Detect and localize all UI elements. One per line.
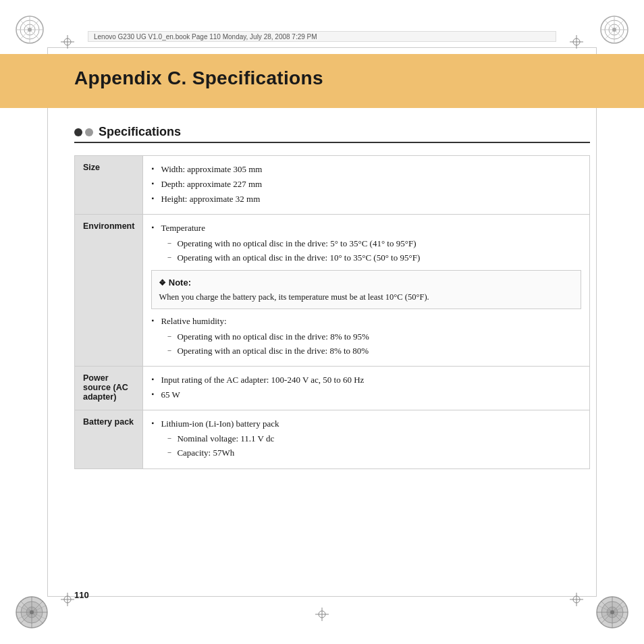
svg-point-7 — [28, 28, 32, 32]
list-item: Relative humidity: Operating with no opt… — [151, 315, 581, 357]
section-dots — [74, 128, 93, 136]
crosshair-top-left — [61, 35, 74, 51]
list-item: Height: approximate 32 mm — [151, 192, 581, 206]
table-row-battery: Battery pack Lithium-ion (Li-Ion) batter… — [75, 410, 590, 468]
label-size: Size — [75, 156, 143, 215]
list-item: 65 W — [151, 388, 581, 402]
page-info-bar: Lenovo G230 UG V1.0_en.book Page 110 Mon… — [88, 31, 556, 42]
humidity-list: Relative humidity: Operating with no opt… — [151, 315, 581, 357]
list-item: Input rating of the AC adapter: 100-240 … — [151, 373, 581, 387]
list-item: Lithium-ion (Li-Ion) battery pack Nomina… — [151, 417, 581, 460]
content-power-source: Input rating of the AC adapter: 100-240 … — [143, 366, 590, 410]
note-box: Note: When you charge the battery pack, … — [151, 270, 581, 310]
label-power-source: Power source (AC adapter) — [75, 366, 143, 410]
spec-table: Size Width: approximate 305 mm Depth: ap… — [74, 155, 590, 469]
env-list: Temperature Operating with no optical di… — [151, 221, 581, 264]
corner-decoration-br — [595, 595, 629, 629]
note-title: Note: — [159, 276, 574, 290]
crosshair-bot-right — [570, 593, 583, 609]
list-item: Width: approximate 305 mm — [151, 163, 581, 176]
page-info-text: Lenovo G230 UG V1.0_en.book Page 110 Mon… — [94, 33, 317, 41]
crosshair-bot-left — [61, 593, 74, 609]
crosshair-top-right — [570, 35, 583, 51]
battery-list: Lithium-ion (Li-Ion) battery pack Nomina… — [151, 417, 581, 460]
dot-light — [85, 128, 93, 136]
list-item: Operating with no optical disc in the dr… — [167, 237, 581, 250]
corner-decoration-tl — [15, 15, 45, 45]
table-row-power-source: Power source (AC adapter) Input rating o… — [75, 366, 590, 410]
list-item: Operating with an optical disc in the dr… — [167, 344, 581, 358]
label-environment: Environment — [75, 215, 143, 366]
note-text: When you charge the battery pack, its te… — [159, 292, 574, 304]
crosshair-bottom-center — [315, 608, 329, 624]
content-area: Specifications Size Width: approximate 3… — [74, 125, 590, 576]
svg-point-35 — [610, 610, 614, 614]
content-environment: Temperature Operating with no optical di… — [143, 215, 590, 366]
corner-decoration-tr — [599, 15, 629, 45]
section-header: Specifications — [74, 125, 590, 143]
label-battery: Battery pack — [75, 410, 143, 468]
power-list: Input rating of the AC adapter: 100-240 … — [151, 373, 581, 402]
list-item: Operating with no optical disc in the dr… — [167, 330, 581, 344]
list-item: Temperature Operating with no optical di… — [151, 221, 581, 264]
battery-sub-list: Nominal voltage: 11.1 V dc Capacity: 57W… — [167, 432, 581, 460]
chapter-title: Appendix C. Specifications — [74, 68, 323, 89]
corner-decoration-bl — [15, 595, 49, 629]
list-item: Capacity: 57Wh — [167, 446, 581, 460]
table-row-environment: Environment Temperature Operating with n… — [75, 215, 590, 366]
content-size: Width: approximate 305 mm Depth: approxi… — [143, 156, 590, 215]
section-title: Specifications — [99, 125, 181, 139]
temp-sub-list: Operating with no optical disc in the dr… — [167, 237, 581, 265]
dot-dark — [74, 128, 82, 136]
table-row-size: Size Width: approximate 305 mm Depth: ap… — [75, 156, 590, 215]
page-number: 110 — [74, 590, 89, 600]
size-list: Width: approximate 305 mm Depth: approxi… — [151, 163, 581, 206]
svg-point-15 — [612, 28, 616, 32]
list-item: Nominal voltage: 11.1 V dc — [167, 432, 581, 446]
list-item: Depth: approximate 227 mm — [151, 178, 581, 191]
svg-point-25 — [30, 610, 34, 614]
content-battery: Lithium-ion (Li-Ion) battery pack Nomina… — [143, 410, 590, 468]
humidity-sub-list: Operating with no optical disc in the dr… — [167, 330, 581, 358]
list-item: Operating with an optical disc in the dr… — [167, 251, 581, 265]
